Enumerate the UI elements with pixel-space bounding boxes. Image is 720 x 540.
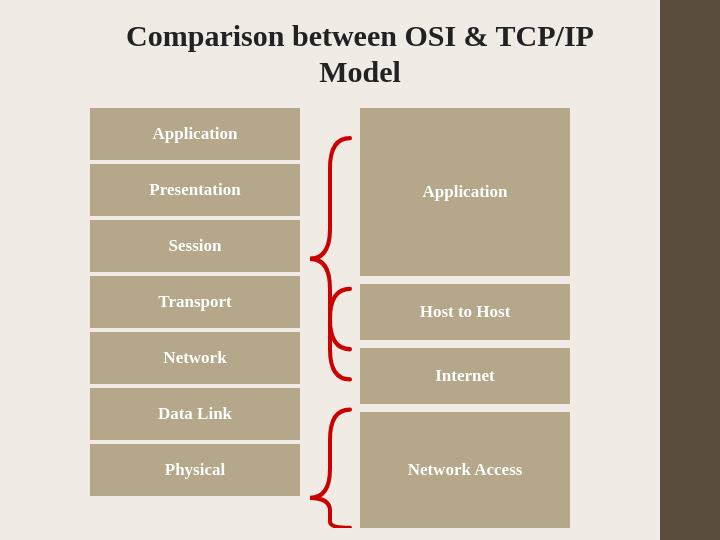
osi-layer-network: Network [90, 332, 300, 384]
right-panel [660, 0, 720, 540]
tcpip-layer-internet: Internet [360, 348, 570, 404]
page-title: Comparison between OSI & TCP/IP Model [126, 18, 594, 90]
osi-layer-data-link: Data Link [90, 388, 300, 440]
osi-layer-physical: Physical [90, 444, 300, 496]
main-container: Comparison between OSI & TCP/IP Model Ap… [0, 0, 720, 540]
osi-column: Application Presentation Session Transpo… [90, 108, 300, 528]
diagram-area: Application Presentation Session Transpo… [90, 108, 630, 528]
osi-layer-application: Application [90, 108, 300, 160]
tcpip-column: Application Host to Host Internet Networ… [360, 108, 570, 528]
osi-layer-transport: Transport [90, 276, 300, 328]
brace-svg [300, 108, 360, 528]
tcpip-layer-application: Application [360, 108, 570, 276]
osi-layer-presentation: Presentation [90, 164, 300, 216]
osi-layer-session: Session [90, 220, 300, 272]
brace-column [300, 108, 360, 528]
tcpip-layer-network-access: Network Access [360, 412, 570, 528]
tcpip-layer-host-to-host: Host to Host [360, 284, 570, 340]
